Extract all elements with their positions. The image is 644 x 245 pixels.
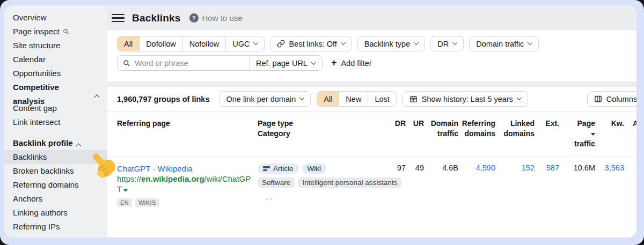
chevron-down-icon [340, 40, 346, 45]
dr-filter-button[interactable]: DR [430, 36, 464, 51]
column-header-anchor-clipped[interactable]: A [624, 112, 636, 157]
filter-tab-nofollow[interactable]: Nofollow [183, 36, 226, 51]
page-header: Backlinks ? How to use [107, 5, 636, 31]
linked-domains-link[interactable]: 152 [522, 164, 535, 172]
best-links-label: Best links: Off [289, 40, 337, 48]
table-row: ChatGPT - Wikipedia https://en.wikipedia… [107, 157, 636, 207]
column-header-kw[interactable]: Kw. [595, 112, 624, 157]
referring-domains-link[interactable]: 4,590 [476, 164, 495, 172]
page-type-chips: Article Wiki [258, 164, 381, 174]
sidebar-item-referring-ips[interactable]: Referring IPs [4, 220, 107, 234]
filter-row-2: Ref. page URL + Add filter [117, 55, 636, 71]
sidebar-item-linking-authors[interactable]: Linking authors [4, 206, 107, 220]
filter-tab-label: Nofollow [189, 40, 219, 48]
sidebar-item-site-structure[interactable]: Site structure [4, 39, 107, 53]
chevron-down-icon [414, 40, 419, 45]
sidebar-item-backlinks[interactable]: Backlinks [4, 150, 107, 164]
kw-link[interactable]: 3,563 [605, 164, 624, 172]
sidebar-item-label: Backlinks [13, 150, 47, 164]
search-input[interactable] [135, 59, 244, 68]
more-categories-ellipsis[interactable]: ... [265, 192, 381, 201]
link-icon [277, 40, 285, 48]
ref-page-url-label: Ref. page URL [256, 59, 308, 68]
sidebar-item-broken-backlinks[interactable]: Broken backlinks [4, 164, 107, 178]
show-history-label: Show history: Last 5 years [422, 95, 513, 103]
history-tab-lost[interactable]: Lost [368, 92, 396, 106]
sidebar-item-referring-domains[interactable]: Referring domains [4, 178, 107, 192]
kw-cell: 3,563 [595, 157, 624, 207]
calendar-icon [409, 95, 418, 103]
sidebar-item-page-inspect[interactable]: Page inspect [4, 25, 107, 39]
backlink-type-button[interactable]: Backlink type [357, 36, 425, 51]
column-header-linked-domains[interactable]: Linkeddomains [495, 112, 535, 157]
filter-tab-ugc[interactable]: UGC [226, 36, 264, 51]
filter-tab-all[interactable]: All [118, 36, 140, 51]
how-to-use-link[interactable]: ? How to use [189, 13, 243, 23]
column-header-ur[interactable]: UR [406, 112, 424, 157]
sidebar-item-opportunities[interactable]: Opportunities [4, 66, 107, 80]
article-chip[interactable]: Article [258, 164, 299, 174]
column-header-dr[interactable]: DR [381, 112, 406, 157]
results-count: 1,960,797 groups of links [117, 95, 209, 103]
domain-traffic-filter-button[interactable]: Domain traffic [469, 36, 539, 51]
main-area: Backlinks ? How to use All Dofollow Nofo… [107, 5, 636, 237]
filter-row-1: All Dofollow Nofollow UGC Best links: Of… [117, 36, 636, 51]
page-type-category-cell: Article Wiki Software Intelligent person… [258, 157, 381, 207]
history-tab-new[interactable]: New [339, 92, 368, 106]
sidebar-item-label: Broken backlinks [13, 164, 74, 178]
ref-page-url-dropdown[interactable]: Ref. page URL [249, 56, 322, 70]
hamburger-menu-icon[interactable] [112, 12, 125, 25]
column-header-domain-traffic[interactable]: Domaintraffic [424, 112, 458, 157]
url-expand-icon[interactable] [123, 189, 128, 192]
sidebar-item-label: Anchors [13, 192, 42, 206]
page-title: Backlinks [132, 12, 181, 24]
sidebar: Overview Page inspect Site structure Cal… [4, 5, 107, 237]
sidebar-item-calendar[interactable]: Calendar [4, 53, 107, 66]
plus-icon: + [331, 58, 337, 68]
search-input-wrap [118, 56, 249, 70]
best-links-button[interactable]: Best links: Off [270, 36, 352, 51]
referring-domains-cell: 4,590 [458, 157, 495, 207]
search-input-group: Ref. page URL [117, 55, 323, 71]
columns-button[interactable]: Columns [587, 91, 636, 107]
category-chips: Software Intelligent personal assistants [258, 177, 381, 188]
sidebar-item-label: Calendar [13, 53, 46, 66]
show-history-dropdown[interactable]: Show history: Last 5 years [402, 91, 528, 107]
column-header-ext[interactable]: Ext. [535, 112, 559, 157]
sidebar-item-label: Link intersect [13, 115, 60, 129]
column-header-referring-domains[interactable]: Referringdomains [458, 112, 495, 157]
ur-cell: 49 [406, 157, 424, 207]
filter-tab-label: All [124, 40, 133, 48]
group-by-dropdown[interactable]: One link per domain [219, 91, 311, 107]
search-icon [63, 28, 69, 35]
sidebar-section-backlink-profile[interactable]: Backlink profile [4, 136, 107, 150]
column-header-page-traffic[interactable]: Pagetraffic [559, 112, 595, 157]
domain-traffic-filter-label: Domain traffic [476, 40, 524, 48]
sidebar-item-link-intersect[interactable]: Link intersect [4, 115, 107, 129]
add-filter-button[interactable]: + Add filter [331, 59, 372, 68]
language-tag: EN [117, 198, 132, 207]
backlink-type-label: Backlink type [364, 40, 410, 48]
column-header-page-type-category[interactable]: Page typeCategory [258, 112, 381, 157]
anchor-cell-clipped [624, 157, 636, 207]
sidebar-section-competitive-analysis[interactable]: Competitive analysis [4, 87, 107, 101]
chevron-up-icon [76, 143, 81, 149]
chevron-up-icon [94, 94, 100, 100]
sidebar-item-content-gap[interactable]: Content gap [4, 101, 107, 115]
sidebar-item-anchors[interactable]: Anchors [4, 192, 107, 206]
referring-page-link[interactable]: ChatGPT - Wikipedia [117, 164, 193, 173]
ext-link[interactable]: 587 [546, 164, 559, 172]
referring-page-url[interactable]: https://en.wikipedia.org/wiki/ChatGPT [117, 174, 252, 194]
category-chip[interactable]: Software [258, 177, 295, 188]
wiki-chip-label: Wiki [308, 165, 321, 173]
sidebar-item-overview[interactable]: Overview [4, 11, 107, 25]
sidebar-item-label: Opportunities [13, 66, 61, 80]
column-header-referring-page[interactable]: Referring page [117, 112, 258, 157]
dr-cell: 97 [381, 157, 406, 207]
history-tab-all[interactable]: All [317, 92, 339, 106]
wiki-chip[interactable]: Wiki [302, 164, 327, 174]
sidebar-item-label: Linking authors [13, 206, 68, 220]
filter-tab-dofollow[interactable]: Dofollow [140, 36, 183, 51]
sidebar-section-label: Backlink profile [13, 136, 73, 150]
how-to-use-label: How to use [202, 13, 243, 23]
